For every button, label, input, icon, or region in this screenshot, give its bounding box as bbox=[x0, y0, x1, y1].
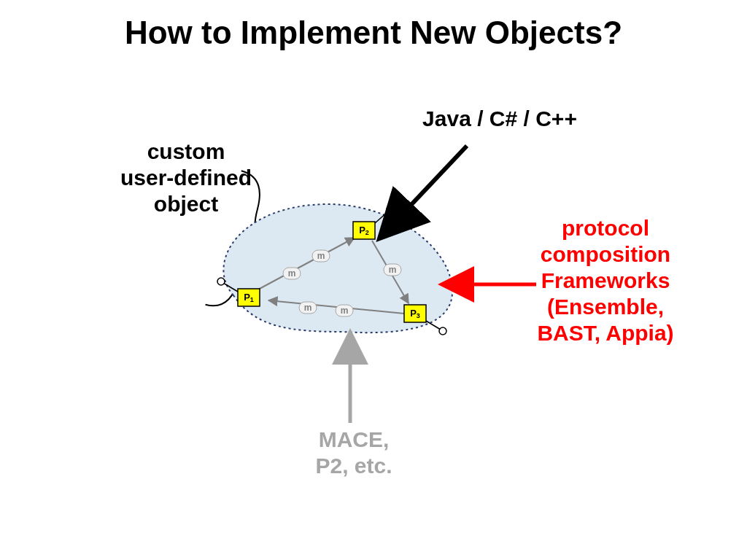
node-p3: P3 bbox=[404, 305, 426, 322]
node-p2: P2 bbox=[353, 222, 375, 239]
svg-text:m: m bbox=[341, 306, 349, 316]
svg-text:m: m bbox=[304, 303, 312, 313]
msg-bubble-1: m bbox=[283, 268, 301, 279]
svg-text:m: m bbox=[389, 265, 397, 275]
msg-bubble-5: m bbox=[299, 302, 317, 314]
svg-point-21 bbox=[439, 327, 446, 335]
svg-line-20 bbox=[426, 321, 441, 330]
node-p1: P1 bbox=[238, 289, 260, 306]
svg-text:m: m bbox=[317, 251, 325, 261]
msg-bubble-4: m bbox=[336, 305, 353, 316]
diagram-canvas: m m m m m P1 P2 P3 bbox=[0, 0, 747, 560]
svg-point-19 bbox=[387, 206, 394, 213]
msg-bubble-3: m bbox=[384, 264, 401, 276]
msg-bubble-2: m bbox=[312, 250, 330, 262]
lollipop-p3 bbox=[426, 321, 446, 335]
arrow-java bbox=[405, 146, 467, 211]
svg-text:m: m bbox=[288, 268, 296, 279]
svg-point-17 bbox=[217, 278, 225, 285]
